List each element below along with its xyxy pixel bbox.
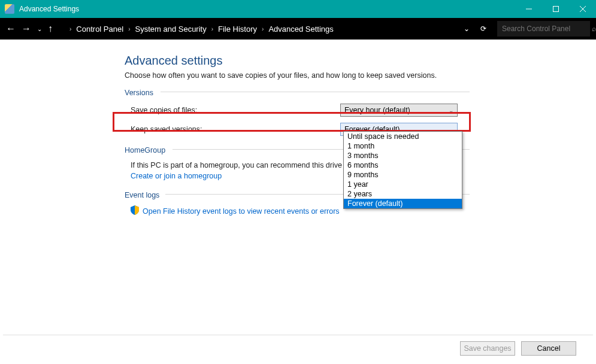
app-icon xyxy=(5,4,14,14)
content-area: Advanced settings Choose how often you w… xyxy=(0,40,596,342)
save-copies-select[interactable]: Every hour (default) ⌄ xyxy=(340,104,458,117)
refresh-button[interactable]: ⟳ xyxy=(480,25,486,33)
dropdown-option[interactable]: 3 months xyxy=(344,151,462,160)
address-dropdown-button[interactable]: ⌄ xyxy=(464,25,470,33)
chevron-down-icon: ⌄ xyxy=(449,107,453,114)
breadcrumb-item[interactable]: System and Security xyxy=(135,25,206,34)
close-button[interactable] xyxy=(569,0,596,18)
dropdown-option[interactable]: Until space is needed xyxy=(344,132,462,141)
breadcrumb: › Control Panel › System and Security › … xyxy=(59,25,458,34)
dropdown-option[interactable]: 6 months xyxy=(344,160,462,170)
chevron-right-icon: › xyxy=(69,26,71,32)
dropdown-option[interactable]: 2 years xyxy=(344,189,462,199)
keep-versions-label: Keep saved versions: xyxy=(131,125,340,134)
breadcrumb-item[interactable]: Control Panel xyxy=(76,25,123,34)
minimize-button[interactable] xyxy=(515,0,542,18)
navigation-bar: ← → ⌄ ↑ › Control Panel › System and Sec… xyxy=(0,18,596,40)
svg-rect-1 xyxy=(553,7,558,12)
keep-versions-dropdown: Until space is needed 1 month 3 months 6… xyxy=(343,131,462,209)
window-title: Advanced Settings xyxy=(19,5,515,13)
eventlogs-link[interactable]: Open File History event logs to view rec… xyxy=(143,207,340,216)
search-icon: ⌕ xyxy=(592,25,596,33)
dropdown-option[interactable]: 1 month xyxy=(344,141,462,151)
nav-right-controls: ⌄ ⟳ ⌕ xyxy=(464,21,590,37)
dropdown-option[interactable]: 9 months xyxy=(344,170,462,180)
minimize-icon xyxy=(526,6,532,12)
forward-button[interactable]: → xyxy=(22,23,31,34)
close-icon xyxy=(580,6,586,12)
versions-section: Versions Save copies of files: Every hou… xyxy=(125,87,470,136)
breadcrumb-item[interactable]: File History xyxy=(218,25,257,34)
save-copies-label: Save copies of files: xyxy=(131,106,340,114)
homegroup-link[interactable]: Create or join a homegroup xyxy=(131,172,222,180)
page-heading: Advanced settings xyxy=(125,54,596,68)
cancel-button[interactable]: Cancel xyxy=(521,341,576,356)
title-bar: Advanced Settings xyxy=(0,0,596,18)
section-divider xyxy=(161,92,470,92)
maximize-icon xyxy=(553,6,559,12)
breadcrumb-item[interactable]: Advanced Settings xyxy=(268,25,333,34)
search-input[interactable] xyxy=(502,25,592,33)
search-box[interactable]: ⌕ xyxy=(497,21,590,37)
chevron-right-icon: › xyxy=(211,26,213,32)
maximize-button[interactable] xyxy=(542,0,569,18)
eventlogs-legend: Event logs xyxy=(125,191,163,199)
dropdown-option[interactable]: Forever (default) xyxy=(344,199,462,208)
window-controls xyxy=(515,0,596,18)
page-description: Choose how often you want to save copies… xyxy=(125,71,596,80)
chevron-right-icon: › xyxy=(128,26,130,32)
bottom-bar: Save changes Cancel xyxy=(3,335,593,361)
shield-icon xyxy=(131,205,139,215)
save-copies-value: Every hour (default) xyxy=(344,106,410,114)
save-copies-row: Save copies of files: Every hour (defaul… xyxy=(125,104,470,117)
dropdown-option[interactable]: 1 year xyxy=(344,180,462,189)
save-button: Save changes xyxy=(460,341,515,356)
recent-locations-button[interactable]: ⌄ xyxy=(37,26,42,32)
versions-legend: Versions xyxy=(125,89,157,97)
chevron-right-icon: › xyxy=(262,26,264,32)
homegroup-legend: HomeGroup xyxy=(125,146,169,154)
back-button[interactable]: ← xyxy=(6,23,16,34)
up-button[interactable]: ↑ xyxy=(48,23,53,34)
